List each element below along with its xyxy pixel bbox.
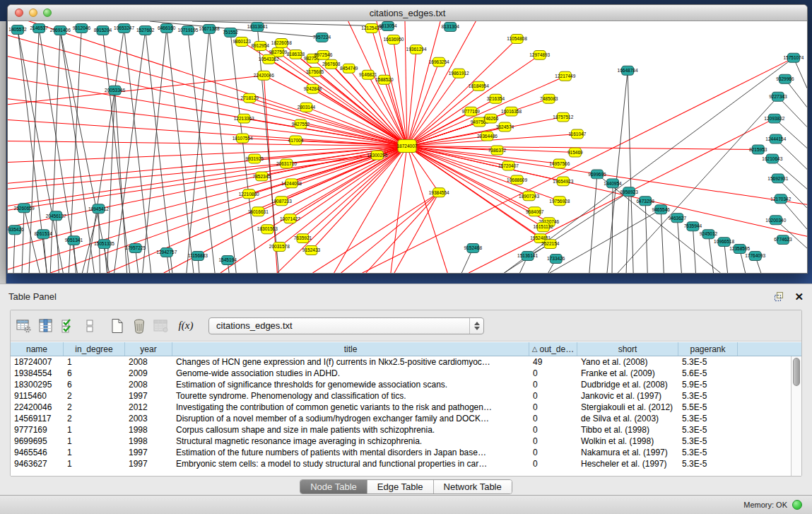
graph-node[interactable]: 9312046 [73, 23, 91, 33]
graph-node[interactable]: 1440954 [604, 179, 622, 188]
scrollbar-thumb[interactable] [793, 358, 800, 386]
graph-node[interactable]: 9699695 [588, 170, 606, 179]
table-selector-dropdown[interactable]: citations_edges.txt [208, 317, 484, 334]
network-graph-svg[interactable]: 1405572214653720691406931204689152041065… [8, 21, 807, 273]
graph-node[interactable]: 12358595 [729, 245, 750, 254]
graph-node[interactable]: 15051335 [94, 240, 114, 249]
graph-node[interactable]: 19384554 [429, 188, 449, 197]
table-row[interactable]: 969969511998Structural magnetic resonanc… [11, 436, 791, 447]
table-row[interactable]: 977716911998Corpus callosum shape and si… [11, 424, 791, 436]
graph-node[interactable]: 14244098 [281, 179, 302, 188]
column-header-in_degree[interactable]: in_degree [64, 342, 125, 356]
graph-node[interactable]: 12093832 [764, 114, 784, 123]
graph-node[interactable]: 1733426 [547, 255, 565, 264]
graph-node[interactable]: 746266 [483, 114, 499, 123]
graph-node[interactable]: 751552 [223, 28, 238, 37]
close-window-button[interactable] [15, 8, 23, 17]
graph-node[interactable]: 16016358 [501, 107, 522, 116]
graph-node[interactable]: 10200340 [765, 216, 786, 225]
table-row[interactable]: 2242004622012Investigating the contribut… [11, 402, 791, 413]
window-titlebar[interactable]: citations_edges.txt [8, 5, 807, 21]
graph-node[interactable]: 18313041 [247, 22, 268, 31]
graph-node[interactable]: 8131304 [442, 22, 460, 31]
graph-node[interactable]: 18300295 [367, 151, 387, 160]
import-table-button[interactable] [152, 317, 170, 335]
tab-edge-table[interactable]: Edge Table [367, 480, 434, 493]
graph-node[interactable]: 16671388 [199, 24, 220, 33]
graph-node[interactable]: 9051341 [65, 236, 83, 245]
graph-node[interactable]: 10966518 [714, 238, 734, 247]
graph-node[interactable]: 9684067 [526, 207, 544, 216]
graph-node[interactable]: 10543362 [259, 54, 279, 64]
unselect-all-button[interactable] [81, 317, 99, 335]
graph-node[interactable]: 8186328 [287, 49, 305, 59]
graph-node[interactable]: 10653247 [114, 23, 134, 33]
graph-node[interactable]: 16720407 [498, 161, 519, 170]
table-vertical-scrollbar[interactable] [791, 356, 801, 476]
graph-node[interactable]: 8215953 [749, 145, 767, 154]
graph-node[interactable]: 7485083 [540, 94, 558, 103]
table-row[interactable]: 946554611997Estimation of the future num… [11, 447, 791, 458]
graph-node[interactable]: 9463627 [669, 214, 687, 223]
graph-node[interactable]: 9245012 [700, 230, 718, 239]
table-row[interactable]: 1872400712008Changes of HCN gene express… [11, 356, 791, 368]
graph-node[interactable]: 17764093 [745, 252, 765, 261]
graph-node[interactable]: 9227343 [769, 92, 787, 101]
graph-node[interactable]: 19861912 [449, 69, 469, 78]
graph-node[interactable]: 2718129 [241, 93, 259, 103]
column-header-title[interactable]: title [172, 342, 529, 356]
graph-node[interactable]: 19361294 [406, 45, 427, 54]
table-settings-button[interactable] [15, 317, 33, 335]
graph-node[interactable]: 9242848 [304, 84, 322, 93]
graph-node[interactable]: 7635944 [684, 222, 702, 231]
graph-node[interactable]: 11054808 [507, 34, 527, 43]
graph-node[interactable]: 8915204 [94, 25, 112, 35]
zoom-window-button[interactable] [43, 8, 52, 17]
graph-node[interactable]: 14957566 [549, 159, 570, 168]
network-canvas[interactable]: 1405572214653720691406931204689152041065… [8, 21, 807, 273]
table-row[interactable]: 946362711997Embryonic stem cells: a mode… [11, 458, 791, 469]
graph-node[interactable]: 16648784 [618, 66, 638, 75]
graph-node[interactable]: 1161047 [568, 129, 586, 139]
column-header-name[interactable]: name [11, 342, 64, 356]
minimize-window-button[interactable] [29, 8, 37, 17]
graph-node[interactable]: 19756928 [549, 197, 570, 206]
table-row[interactable]: 1830029562008Estimation of significance … [11, 379, 791, 390]
graph-node[interactable]: 20031578 [269, 243, 290, 252]
graph-node[interactable]: 12942757 [156, 248, 177, 257]
graph-node[interactable]: 1527602 [136, 25, 155, 35]
graph-node[interactable]: 7386372 [488, 146, 507, 155]
column-header-short[interactable]: short [577, 342, 678, 356]
column-header-pagerank[interactable]: pagerank [678, 342, 738, 356]
close-panel-icon[interactable]: ✕ [794, 291, 804, 302]
graph-node[interactable]: 6774623 [774, 235, 792, 245]
graph-node[interactable]: 7852345 [253, 172, 271, 181]
graph-node[interactable]: 18107554 [233, 134, 253, 143]
graph-node[interactable]: 18226058 [271, 38, 292, 47]
graph-node[interactable]: 9335426 [8, 226, 24, 235]
graph-node[interactable]: 18184954 [469, 81, 489, 90]
graph-node[interactable]: 20631710 [276, 159, 297, 168]
graph-node[interactable]: 2146537 [30, 23, 48, 33]
graph-node[interactable]: 9860123 [233, 37, 251, 46]
table-body[interactable]: 1872400712008Changes of HCN gene express… [11, 356, 791, 476]
graph-node[interactable]: 19654923 [553, 177, 573, 186]
graph-node[interactable]: 9152433 [302, 246, 321, 255]
graph-node[interactable]: 915469 [567, 148, 583, 157]
graph-node[interactable]: 22420046 [254, 71, 274, 80]
graph-node[interactable]: 6473298 [636, 197, 654, 206]
graph-node[interactable]: 20364486 [477, 132, 498, 141]
column-header-out_de[interactable]: △out_de… [529, 342, 577, 356]
graph-node[interactable]: 16963254 [429, 57, 449, 66]
graph-node[interactable]: 11156883 [188, 252, 208, 261]
graph-node[interactable]: 18945412 [88, 204, 109, 214]
graph-node[interactable]: 9329966 [776, 74, 794, 83]
table-row[interactable]: 1456911722003Disruption of a novel membe… [11, 413, 791, 424]
delete-table-button[interactable] [130, 317, 148, 335]
graph-node[interactable]: 20053346 [105, 86, 125, 95]
select-all-button[interactable] [59, 317, 77, 335]
tab-network-table[interactable]: Network Table [434, 480, 512, 493]
graph-node[interactable]: 1405572 [8, 25, 27, 34]
graph-node[interactable]: 16210643 [762, 154, 782, 163]
graph-node[interactable]: 10719195 [177, 25, 198, 35]
